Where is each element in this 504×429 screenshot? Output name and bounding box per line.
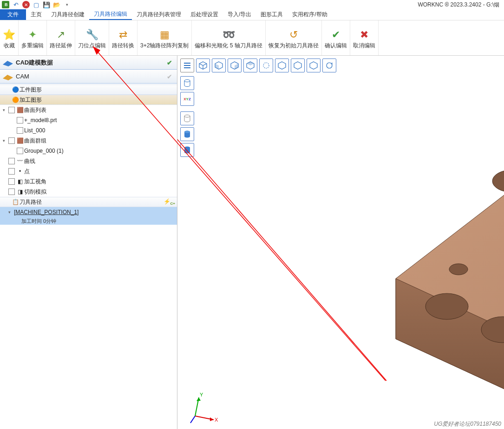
view-top-icon[interactable] bbox=[243, 58, 257, 72]
ribbon-path-extend[interactable]: ↗路径延伸 bbox=[47, 20, 75, 55]
open-icon[interactable]: 📂 bbox=[53, 1, 60, 8]
checkbox[interactable] bbox=[17, 127, 23, 134]
cutsim-icon: ◨ bbox=[16, 188, 24, 195]
collapse-icon[interactable]: ▾ bbox=[3, 138, 8, 143]
quick-access-toolbar: B ↶ ✕ ▢ 💾 📂 ▾ bbox=[2, 1, 71, 8]
svg-point-5 bbox=[184, 131, 190, 133]
checkbox[interactable] bbox=[8, 178, 15, 185]
tree-cutsim[interactable]: ◨ 切削模拟 bbox=[0, 187, 177, 197]
collapse-icon[interactable]: ▾ bbox=[8, 210, 14, 214]
menu-bar: 文件 主页 刀具路径创建 刀具路径编辑 刀具路径列表管理 后处理设置 导入/导出… bbox=[0, 9, 504, 20]
ribbon-favorites[interactable]: ⭐收藏 bbox=[0, 20, 19, 55]
xyz-icon[interactable]: XYZ bbox=[180, 92, 194, 106]
panel-cam-header[interactable]: CAM ✔ bbox=[0, 70, 177, 84]
svg-point-3 bbox=[184, 115, 190, 117]
cylinder-wire-icon[interactable] bbox=[180, 76, 194, 90]
cylinder-outline-icon[interactable] bbox=[180, 111, 194, 125]
surface-icon: 🟫 bbox=[16, 107, 24, 113]
view-fit-icon[interactable] bbox=[259, 58, 273, 72]
viewport[interactable]: XYZ bbox=[177, 56, 504, 429]
tab-toolpath-edit[interactable]: 刀具路径编辑 bbox=[89, 9, 132, 20]
ribbon-path-convert[interactable]: ⇄路径转换 bbox=[109, 20, 137, 55]
view-toolbar-left: XYZ bbox=[180, 76, 194, 157]
close-doc-icon[interactable]: ✕ bbox=[22, 1, 30, 8]
toolpath-icon: 📋 bbox=[11, 199, 20, 205]
view-front-icon[interactable] bbox=[212, 58, 226, 72]
view-back-icon[interactable] bbox=[275, 58, 289, 72]
cad-icon bbox=[2, 58, 14, 67]
view-bottom-icon[interactable] bbox=[307, 58, 321, 72]
checkbox[interactable] bbox=[8, 168, 15, 175]
checkbox[interactable] bbox=[17, 117, 23, 124]
3d-model: X Y Z bbox=[317, 107, 504, 422]
tree-section-toolpath[interactable]: 📋 刀具路径 ⚡C+ bbox=[0, 197, 177, 207]
curve-icon: 〰 bbox=[16, 158, 24, 164]
svg-point-11 bbox=[425, 293, 468, 319]
tree-point[interactable]: • 点 bbox=[0, 166, 177, 176]
view-right-icon[interactable] bbox=[228, 58, 242, 72]
checkbox[interactable] bbox=[17, 148, 23, 154]
ribbon-array-copy[interactable]: ▦3+2轴路径阵列复制 bbox=[137, 20, 192, 55]
new-doc-icon[interactable]: ▢ bbox=[33, 1, 40, 8]
file-menu[interactable]: 文件 bbox=[0, 9, 26, 20]
title-bar: B ↶ ✕ ▢ 💾 📂 ▾ WORKNC ® 2023.3.2402 - G:\… bbox=[0, 0, 504, 9]
checkbox[interactable] bbox=[8, 188, 15, 195]
tree-curve[interactable]: 〰 曲线 bbox=[0, 156, 177, 166]
svg-point-7 bbox=[492, 170, 504, 192]
checkbox[interactable] bbox=[8, 107, 15, 113]
tree-surface-group[interactable]: ▾ 🟫 曲面群组 bbox=[0, 136, 177, 146]
ribbon-pt-edit[interactable]: 🔧刀位点编辑 bbox=[75, 20, 109, 55]
tree-surface-list[interactable]: ▾ 🟫 曲面列表 bbox=[0, 105, 177, 115]
ribbon-confirm[interactable]: ✔确认编辑 bbox=[322, 20, 350, 55]
panel-cad-header[interactable]: CAD建模数据 ✔ bbox=[0, 56, 177, 70]
ribbon: ⭐收藏 ✦多重编辑 ↗路径延伸 🔧刀位点编辑 ⇄路径转换 ▦3+2轴路径阵列复制… bbox=[0, 20, 504, 56]
checkbox[interactable] bbox=[8, 137, 15, 144]
tab-toolpath-create[interactable]: 刀具路径创建 bbox=[46, 9, 89, 20]
undo-icon[interactable]: ↶ bbox=[12, 1, 20, 8]
tree-machine-position[interactable]: ▾ [MACHINE_POSITION_1] bbox=[0, 207, 177, 217]
tab-toolpath-list[interactable]: 刀具路径列表管理 bbox=[132, 9, 186, 20]
tree-item-list000[interactable]: List_000 bbox=[0, 125, 177, 136]
ribbon-offset-smooth[interactable]: ➿偏移和光顺化 5 轴刀具路径 bbox=[192, 20, 265, 55]
cam-icon bbox=[2, 72, 14, 81]
window-title: WORKNC ® 2023.3.2402 - G:\烟 bbox=[71, 1, 502, 9]
app-logo-icon: B bbox=[2, 1, 9, 8]
svg-text:X: X bbox=[215, 417, 218, 422]
check-icon: ✔ bbox=[164, 73, 175, 80]
view-toolbar-top bbox=[180, 58, 336, 72]
tab-graphics[interactable]: 图形工具 bbox=[256, 9, 288, 20]
view-icon: ◧ bbox=[16, 178, 24, 185]
view-iso-icon[interactable] bbox=[196, 58, 210, 72]
cylinder-solid2-icon[interactable] bbox=[180, 143, 194, 157]
hamburger-icon[interactable] bbox=[180, 58, 194, 72]
collapse-icon[interactable]: ▾ bbox=[3, 108, 8, 112]
tree-item-groupe000[interactable]: Groupe_000 (1) bbox=[0, 146, 177, 156]
tab-home[interactable]: 主页 bbox=[26, 9, 46, 20]
checkbox[interactable] bbox=[8, 158, 15, 164]
save-icon[interactable]: 💾 bbox=[43, 1, 50, 8]
svg-point-14 bbox=[449, 264, 468, 275]
view-left-icon[interactable] bbox=[291, 58, 305, 72]
svg-text:Y: Y bbox=[200, 392, 203, 397]
tree-machine-time: 加工时间 0分钟 bbox=[0, 217, 177, 225]
tab-postprocess[interactable]: 后处理设置 bbox=[186, 9, 223, 20]
ribbon-cancel[interactable]: ✖取消编辑 bbox=[350, 20, 379, 55]
qat-dropdown-icon[interactable]: ▾ bbox=[63, 1, 71, 8]
view-rotate-icon[interactable] bbox=[322, 58, 336, 72]
tree-section-machining[interactable]: 🟠 加工图形 bbox=[0, 95, 177, 105]
cylinder-solid-icon[interactable] bbox=[180, 127, 194, 141]
tab-import-export[interactable]: 导入/导出 bbox=[223, 9, 256, 20]
tree-section-workpiece[interactable]: 🔵 工件图形 bbox=[0, 84, 177, 95]
ribbon-restore[interactable]: ↺恢复为初始刀具路径 bbox=[266, 20, 322, 55]
left-panel: CAD建模数据 ✔ CAM ✔ 🔵 工件图形 🟠 加工图形 ▾ 🟫 曲面列表 bbox=[0, 56, 177, 429]
point-icon: • bbox=[16, 168, 24, 175]
ribbon-multi-edit[interactable]: ✦多重编辑 bbox=[19, 20, 47, 55]
cylinder-icon: 🔵 bbox=[11, 86, 20, 93]
tree-item-model8[interactable]: +_model8.prt bbox=[0, 115, 177, 125]
tree: 🔵 工件图形 🟠 加工图形 ▾ 🟫 曲面列表 +_model8.prt List… bbox=[0, 84, 177, 429]
tree-viewangle[interactable]: ◧ 加工视角 bbox=[0, 176, 177, 187]
tab-utilities[interactable]: 实用程序/帮助 bbox=[288, 9, 332, 20]
check-icon: ✔ bbox=[164, 59, 175, 66]
svg-point-0 bbox=[263, 63, 269, 68]
surface-icon: 🟫 bbox=[16, 137, 24, 144]
